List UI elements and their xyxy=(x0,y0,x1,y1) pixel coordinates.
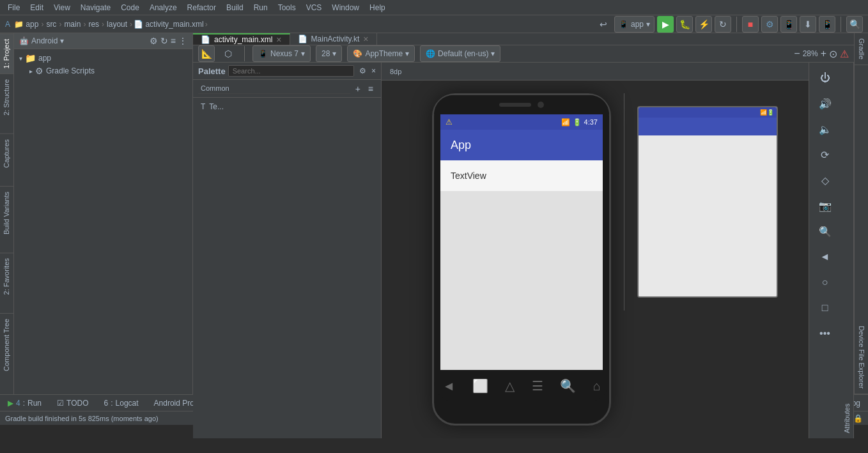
device-controls: ⏻ 🔊 🔈 ⟳ ◇ 📷 🔍 ◄ ○ □ ••• xyxy=(809,63,841,438)
menu-nav-icon[interactable]: ☰ xyxy=(532,378,543,394)
volume-up-button[interactable]: 🔊 xyxy=(815,93,835,114)
project-options-icon[interactable]: ⋮ xyxy=(178,36,187,46)
favorites-tab[interactable]: 2: Favorites xyxy=(0,252,13,300)
back-device-button[interactable]: ◄ xyxy=(815,247,835,267)
tab-close-button[interactable]: × xyxy=(276,35,281,45)
build-variants-tab[interactable]: Build Variants xyxy=(0,186,13,240)
captures-tab[interactable]: Captures xyxy=(0,134,13,173)
tab-mainactivity[interactable]: 📄 MainActivity.kt × xyxy=(290,33,377,45)
breadcrumb-app[interactable]: 📁 app xyxy=(13,20,40,29)
menu-refactor[interactable]: Refactor xyxy=(182,2,221,13)
recents-device-button[interactable]: □ xyxy=(815,298,835,318)
back-button[interactable]: ↩ xyxy=(595,16,612,33)
attributes-panel-tab[interactable]: Attributes xyxy=(841,63,854,438)
back-nav-icon[interactable]: ◄ xyxy=(442,379,455,394)
recents-nav-icon[interactable]: △ xyxy=(505,378,515,394)
gradle-panel-tab[interactable]: Gradle xyxy=(855,33,868,65)
breadcrumb-file[interactable]: 📄 activity_main.xml xyxy=(134,20,204,29)
avd-button[interactable]: 📱 xyxy=(780,16,797,33)
project-sync-icon[interactable]: ↻ xyxy=(160,36,168,46)
sdk-button[interactable]: ⬇ xyxy=(800,16,816,33)
kt-file-icon: 📄 xyxy=(298,35,307,43)
tab-label-2: MainActivity.kt xyxy=(311,35,360,43)
profile-button[interactable]: ⚡ xyxy=(695,16,712,33)
structure-tab[interactable]: 2: Structure xyxy=(0,73,13,121)
project-collapse-icon[interactable]: ≡ xyxy=(171,36,176,46)
breadcrumb-src[interactable]: src xyxy=(45,20,58,29)
phone-container: ⚠ 📶 🔋 4:37 App Tex xyxy=(382,81,841,438)
theme-dropdown[interactable]: 🎨 AppTheme ▾ xyxy=(347,45,415,62)
api-dropdown[interactable]: 28 ▾ xyxy=(316,45,342,62)
tab-close-button-2[interactable]: × xyxy=(363,34,368,44)
palette-close-icon[interactable]: × xyxy=(371,66,376,75)
menu-view[interactable]: View xyxy=(49,2,75,13)
breadcrumb-main[interactable]: main xyxy=(63,20,82,29)
zoom-fit-button[interactable]: ⊙ xyxy=(829,48,837,60)
menu-run[interactable]: Run xyxy=(249,2,273,13)
component-tree-tab[interactable]: Component Tree xyxy=(0,313,13,376)
design-mode-btn[interactable]: 📐 xyxy=(198,45,215,62)
device-dropdown[interactable]: 📱 Nexus 7 ▾ xyxy=(252,45,311,62)
device-manager-button[interactable]: 📱 xyxy=(819,16,835,33)
palette-item-textview[interactable]: T Te... xyxy=(196,100,378,113)
menu-window[interactable]: Window xyxy=(327,2,364,13)
project-tree: ▾ 📁 app ▸ ⚙ Gradle Scripts xyxy=(14,49,192,394)
zoom-out-button[interactable]: − xyxy=(794,48,800,59)
project-panel: 🤖 Android ▾ ⚙ ↻ ≡ ⋮ ▾ 📁 app ▸ ⚙ Gradle S… xyxy=(14,33,193,394)
logcat-label: Logcat xyxy=(116,399,139,408)
project-tab[interactable]: 1: Project xyxy=(0,33,13,73)
screenshot-button[interactable]: 📷 xyxy=(815,196,835,216)
locale-dropdown[interactable]: 🌐 Default (en-us) ▾ xyxy=(420,45,500,62)
palette-list-icon[interactable]: ≡ xyxy=(366,82,376,95)
menu-file[interactable]: File xyxy=(3,2,25,13)
run-button[interactable]: ▶ xyxy=(657,16,674,33)
zoom-in-button[interactable]: + xyxy=(821,48,826,59)
palette-search-input[interactable] xyxy=(228,65,354,77)
sync-button[interactable]: ⚙ xyxy=(761,16,778,33)
power-button[interactable]: ⏻ xyxy=(815,68,835,88)
search-nav-icon[interactable]: 🔍 xyxy=(560,378,576,394)
debug-button[interactable]: 🐛 xyxy=(676,16,693,33)
error-indicator[interactable]: ⚠ xyxy=(840,48,849,60)
menu-build[interactable]: Build xyxy=(221,2,249,13)
rotate-button[interactable]: ⟳ xyxy=(815,144,835,165)
textview-content[interactable]: TextView xyxy=(446,165,598,186)
battery-icon: 🔋 xyxy=(573,118,582,127)
todo-tab[interactable]: ☑ TODO xyxy=(54,399,91,408)
apply-changes-button[interactable]: ↻ xyxy=(715,16,731,33)
blueprint-mode-btn[interactable]: ⬡ xyxy=(220,45,236,62)
menu-navigate[interactable]: Navigate xyxy=(75,2,116,13)
search-everywhere-button[interactable]: 🔍 xyxy=(846,16,863,33)
menu-analyze[interactable]: Analyze xyxy=(144,2,182,13)
menu-code[interactable]: Code xyxy=(116,2,144,13)
palette-add-icon[interactable]: + xyxy=(353,82,363,95)
zoom-button[interactable]: 🔍 xyxy=(815,221,835,242)
menu-tools[interactable]: Tools xyxy=(273,2,301,13)
signal-icon: 📶 xyxy=(561,118,570,127)
stop-button[interactable]: ■ xyxy=(742,16,759,33)
home-device-button[interactable]: ○ xyxy=(815,272,835,293)
tab-activity-main[interactable]: 📄 activity_main.xml × xyxy=(193,33,290,45)
tree-item-gradle[interactable]: ▸ ⚙ Gradle Scripts xyxy=(17,65,190,77)
project-settings-icon[interactable]: ⚙ xyxy=(150,36,158,46)
tree-item-app[interactable]: ▾ 📁 app xyxy=(17,52,190,65)
project-type-dropdown[interactable]: 🤖 Android ▾ xyxy=(19,36,64,45)
logcat-tab[interactable]: 6: Logcat xyxy=(102,399,141,408)
orientation-button[interactable]: ◇ xyxy=(815,170,835,190)
breadcrumb-res[interactable]: res xyxy=(87,20,100,29)
volume-down-button[interactable]: 🔈 xyxy=(815,119,835,139)
menu-edit[interactable]: Edit xyxy=(25,2,49,13)
palette-settings-icon[interactable]: ⚙ xyxy=(359,66,366,75)
home-nav-icon[interactable]: ⬜ xyxy=(472,378,488,394)
lock-icon[interactable]: 🔒 xyxy=(853,414,863,423)
home2-nav-icon[interactable]: ⌂ xyxy=(593,379,601,394)
menu-vcs[interactable]: VCS xyxy=(301,2,327,13)
more-device-button[interactable]: ••• xyxy=(815,323,835,344)
breadcrumb-layout[interactable]: layout xyxy=(105,20,128,29)
palette-header: Palette ⚙ × xyxy=(193,63,381,80)
phone-content[interactable]: TextView xyxy=(440,160,603,191)
device-file-explorer-tab[interactable]: Device File Explorer xyxy=(855,321,868,394)
run-tab[interactable]: ▶ 4: Run xyxy=(5,399,44,408)
app-config-dropdown[interactable]: 📱 app ▾ xyxy=(614,16,655,33)
menu-help[interactable]: Help xyxy=(364,2,391,13)
